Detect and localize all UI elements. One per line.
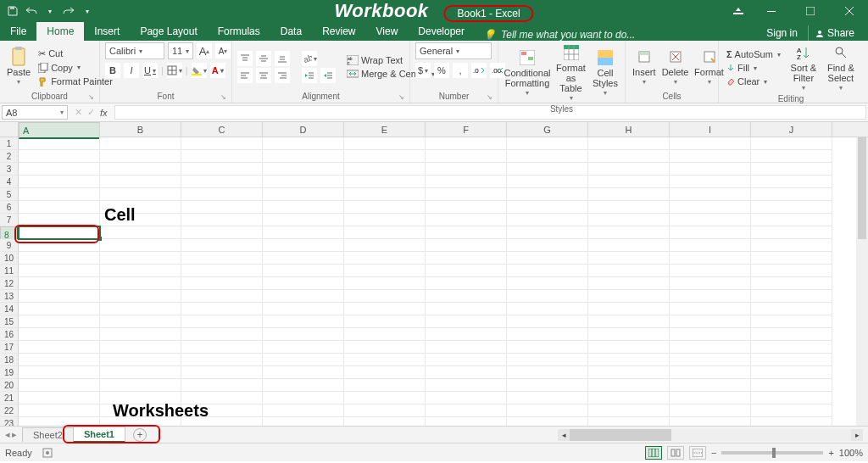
view-page-layout-button[interactable] [667,446,684,460]
cell[interactable] [507,341,588,354]
column-header[interactable]: B [100,122,181,137]
sheet-nav-prev[interactable]: ◂ [5,429,10,440]
row-header[interactable]: 20 [0,379,19,392]
cell[interactable] [507,354,588,366]
align-bottom-button[interactable] [275,51,290,66]
cell[interactable] [588,201,670,214]
row-header[interactable]: 14 [0,303,19,315]
cell[interactable] [181,277,263,290]
cell[interactable] [263,201,344,214]
column-header[interactable]: A [19,122,100,139]
cell[interactable] [181,163,263,176]
view-normal-button[interactable] [645,446,662,460]
increase-indent-button[interactable] [320,68,336,83]
cell[interactable] [588,290,670,303]
new-sheet-button[interactable]: + [133,428,147,442]
cell[interactable] [751,137,832,150]
cell[interactable] [19,226,100,239]
cell[interactable] [100,379,181,392]
cell[interactable] [588,188,670,201]
cell[interactable] [181,265,263,277]
cell[interactable] [344,290,426,303]
cell[interactable] [181,366,263,379]
cell[interactable] [181,417,263,426]
cell[interactable] [507,226,588,239]
cell[interactable] [426,303,507,315]
cell[interactable] [263,366,344,379]
cell[interactable] [263,392,344,404]
cell[interactable] [181,226,263,239]
cell[interactable] [670,176,751,188]
cell[interactable] [100,328,181,341]
border-button[interactable] [167,63,182,78]
cell[interactable] [100,201,181,214]
cell[interactable] [263,315,344,328]
cell[interactable] [19,354,100,366]
delete-cells-button[interactable]: Delete▾ [661,47,690,88]
cell[interactable] [670,315,751,328]
cell[interactable] [588,354,670,366]
cell[interactable] [100,265,181,277]
cell[interactable] [181,252,263,265]
row-header[interactable]: 6 [0,201,19,214]
cell[interactable] [507,392,588,404]
tab-data[interactable]: Data [270,22,312,41]
row-header[interactable]: 21 [0,392,19,404]
cell[interactable] [19,404,100,417]
fill-color-button[interactable] [192,63,207,78]
cell[interactable] [751,404,832,417]
cell[interactable] [507,290,588,303]
cell[interactable] [507,188,588,201]
cell[interactable] [507,137,588,150]
cell[interactable] [263,354,344,366]
cell[interactable] [670,201,751,214]
cell[interactable] [263,188,344,201]
cell[interactable] [344,226,426,239]
cell[interactable] [100,252,181,265]
fx-icon[interactable]: fx [100,108,108,118]
tab-home[interactable]: Home [36,22,84,41]
tab-page-layout[interactable]: Page Layout [130,22,207,41]
row-header[interactable]: 12 [0,277,19,290]
cell[interactable] [670,328,751,341]
cell[interactable] [344,328,426,341]
cell[interactable] [426,176,507,188]
clear-dropdown-icon[interactable] [762,78,767,86]
cell[interactable] [670,150,751,163]
cell[interactable] [588,239,670,252]
column-header[interactable]: C [181,122,263,137]
cell[interactable] [751,277,832,290]
cell[interactable] [263,277,344,290]
cell[interactable] [263,303,344,315]
cell[interactable] [181,214,263,226]
row-header[interactable]: 2 [0,150,19,163]
row-header[interactable]: 7 [0,214,19,226]
cell[interactable] [181,150,263,163]
save-icon[interactable] [7,5,19,17]
cell[interactable] [181,290,263,303]
cell[interactable] [751,290,832,303]
cell[interactable] [588,303,670,315]
row-header[interactable]: 9 [0,239,19,252]
bold-button[interactable]: B [105,63,120,78]
cell[interactable] [588,176,670,188]
cell[interactable] [588,328,670,341]
paste-dropdown-icon[interactable]: ▾ [17,79,20,86]
cancel-formula-icon[interactable]: ✕ [75,107,82,118]
cell[interactable] [100,163,181,176]
cell[interactable] [100,150,181,163]
cell[interactable] [507,163,588,176]
cell[interactable] [263,137,344,150]
cell[interactable] [588,379,670,392]
cell[interactable] [181,404,263,417]
align-left-button[interactable] [237,68,253,83]
vertical-scrollbar[interactable] [856,137,868,426]
maximize-button[interactable] [792,0,829,22]
cell[interactable] [263,290,344,303]
qat-customize-icon[interactable]: ▾ [81,5,93,17]
cell[interactable] [181,137,263,150]
cell[interactable] [19,214,100,226]
cell[interactable] [670,265,751,277]
cell[interactable] [263,239,344,252]
cell[interactable] [19,265,100,277]
